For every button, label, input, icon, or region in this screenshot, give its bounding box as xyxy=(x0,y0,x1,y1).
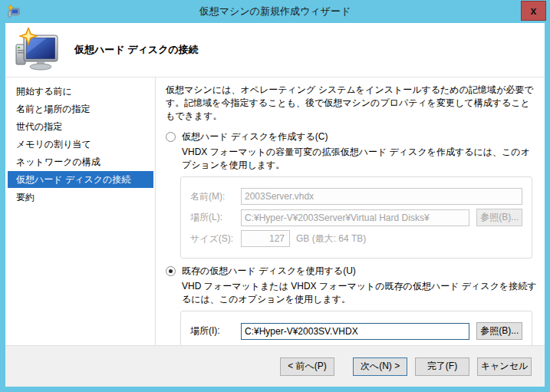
page-header: 仮想ハード ディスクの接続 xyxy=(5,23,545,77)
wizard-footer: < 前へ(P) 次へ(N) > 完了(F) キャンセル xyxy=(5,345,545,387)
size-suffix: GB (最大: 64 TB) xyxy=(296,232,366,245)
finish-button[interactable]: 完了(F) xyxy=(415,357,469,376)
radio-use-existing-vhd[interactable]: 既存の仮想ハード ディスクを使用する(U) xyxy=(166,265,537,278)
next-button[interactable]: 次へ(N) > xyxy=(353,357,407,376)
sidebar-item-before-you-begin[interactable]: 開始する前に xyxy=(8,83,153,100)
size-field: 127 xyxy=(241,230,290,247)
intro-text: 仮想マシンには、オペレーティング システムをインストールするための記憶域が必要で… xyxy=(166,84,537,123)
wizard-window-icon xyxy=(7,5,21,18)
browse-i-button[interactable]: 参照(B)... xyxy=(476,322,522,340)
page-content: 仮想マシンには、オペレーティング システムをインストールするための記憶域が必要で… xyxy=(156,77,545,345)
radio-create-vhd-label: 仮想ハード ディスクを作成する(C) xyxy=(182,130,328,143)
new-vm-wizard-icon xyxy=(13,28,62,72)
sidebar-item-summary[interactable]: 要約 xyxy=(8,189,153,206)
sidebar-item-connect-vhd[interactable]: 仮想ハード ディスクの接続 xyxy=(8,171,153,188)
window-title: 仮想マシンの新規作成ウィザード xyxy=(0,5,550,18)
existing-vhd-fields-group: 場所(I): C:¥Hyper-V¥2003SV.VHDX 参照(B)... xyxy=(180,311,532,345)
wizard-steps-sidebar: 開始する前に 名前と場所の指定 世代の指定 メモリの割り当て ネットワークの構成… xyxy=(5,77,156,345)
create-vhd-description: VHDX フォーマットの容量可変の拡張仮想ハード ディスクを作成するには、このオ… xyxy=(182,146,537,172)
radio-create-vhd-circle[interactable] xyxy=(166,132,176,142)
use-existing-vhd-description: VHD フォーマットまたは VHDX フォーマットの既存の仮想ハード ディスクを… xyxy=(182,280,537,306)
name-field: 2003Server.vhdx xyxy=(241,188,522,205)
cancel-button[interactable]: キャンセル xyxy=(477,357,532,376)
sidebar-item-name-location[interactable]: 名前と場所の指定 xyxy=(8,100,153,117)
title-bar: 仮想マシンの新規作成ウィザード x xyxy=(0,0,550,23)
wizard-window: 仮想マシンの新規作成ウィザード x xyxy=(0,0,550,392)
radio-use-existing-vhd-circle[interactable] xyxy=(166,266,176,276)
window-body: 仮想ハード ディスクの接続 開始する前に 名前と場所の指定 世代の指定 メモリの… xyxy=(5,23,545,387)
radio-use-existing-vhd-label: 既存の仮想ハード ディスクを使用する(U) xyxy=(182,265,356,278)
sidebar-item-generation[interactable]: 世代の指定 xyxy=(8,118,153,135)
radio-create-vhd[interactable]: 仮想ハード ディスクを作成する(C) xyxy=(166,130,537,143)
close-icon[interactable]: x xyxy=(521,1,546,21)
page-title: 仮想ハード ディスクの接続 xyxy=(74,43,199,57)
browse-l-button: 参照(B)... xyxy=(476,209,522,226)
create-vhd-fields-group: 名前(M): 2003Server.vhdx 場所(L): C:¥Hyper-V… xyxy=(180,176,532,259)
size-field-label: サイズ(S): xyxy=(190,232,241,245)
body-row: 開始する前に 名前と場所の指定 世代の指定 メモリの割り当て ネットワークの構成… xyxy=(5,77,545,345)
location-i-field-label: 場所(I): xyxy=(190,324,241,338)
sidebar-item-memory[interactable]: メモリの割り当て xyxy=(8,136,153,153)
location-l-field: C:¥Hyper-V¥2003Server¥Virtual Hard Disks… xyxy=(241,209,469,226)
sidebar-item-networking[interactable]: ネットワークの構成 xyxy=(8,153,153,170)
location-l-field-label: 場所(L): xyxy=(190,211,241,224)
name-field-label: 名前(M): xyxy=(190,190,241,203)
location-i-field[interactable]: C:¥Hyper-V¥2003SV.VHDX xyxy=(241,323,469,340)
back-button[interactable]: < 前へ(P) xyxy=(280,357,334,376)
